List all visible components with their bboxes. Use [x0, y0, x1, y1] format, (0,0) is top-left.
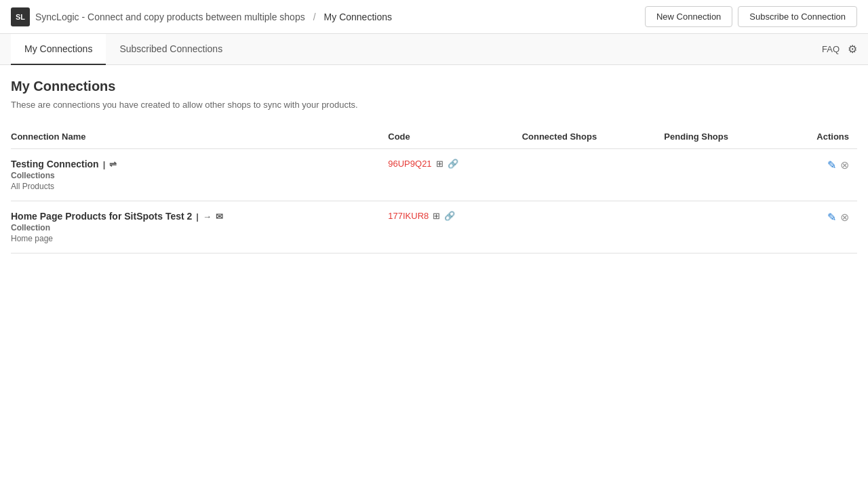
row2-copy-icon[interactable]: ⊞	[433, 211, 440, 221]
table-row: Testing Connection | ⇌ Collections All P…	[11, 149, 857, 201]
tab-my-connections[interactable]: My Connections	[11, 34, 106, 65]
col-header-code: Code	[388, 126, 521, 149]
row2-link-icon[interactable]: 🔗	[444, 211, 455, 221]
row1-type-label: Collections	[11, 171, 380, 180]
row2-name-cell: Home Page Products for SitSpots Test 2 |…	[11, 201, 388, 253]
main-content: My Connections These are connections you…	[0, 65, 868, 267]
row2-code-value: 177IKUR8 ⊞ 🔗	[388, 211, 513, 221]
col-header-name: Connection Name	[11, 126, 388, 149]
faq-link[interactable]: FAQ	[822, 44, 840, 54]
row2-actions-cell: ✎ ⊗	[788, 201, 857, 253]
new-connection-button[interactable]: New Connection	[645, 6, 732, 27]
row1-connected-shops	[522, 149, 665, 201]
row1-name-cell: Testing Connection | ⇌ Collections All P…	[11, 149, 388, 201]
row2-type-value: Home page	[11, 234, 380, 243]
row1-delete-icon[interactable]: ⊗	[840, 159, 849, 171]
row2-connection-name: Home Page Products for SitSpots Test 2 |…	[11, 211, 380, 222]
row2-code-cell: 177IKUR8 ⊞ 🔗	[388, 201, 521, 253]
row1-code-value: 96UP9Q21 ⊞ 🔗	[388, 159, 513, 169]
row1-type-value: All Products	[11, 182, 380, 191]
header-left: SL SyncLogic - Connect and copy products…	[11, 7, 392, 26]
tabs: My Connections Subscribed Connections	[11, 34, 236, 64]
app-title: SyncLogic - Connect and copy products be…	[35, 12, 305, 22]
row2-connected-shops	[522, 201, 665, 253]
row1-connection-name: Testing Connection | ⇌	[11, 159, 380, 169]
row1-pending-shops	[664, 149, 787, 201]
table-row: Home Page Products for SitSpots Test 2 |…	[11, 201, 857, 253]
row1-name-icon: |	[103, 159, 106, 169]
row2-mail-icon: ✉	[216, 211, 223, 222]
row1-sync-icon: ⇌	[109, 159, 117, 169]
tabs-container: My Connections Subscribed Connections FA…	[0, 34, 868, 65]
tab-subscribed-connections[interactable]: Subscribed Connections	[106, 34, 236, 65]
row2-arrow-icon: →	[203, 211, 212, 222]
row2-pending-shops	[664, 201, 787, 253]
subscribe-to-connection-button[interactable]: Subscribe to Connection	[738, 6, 857, 27]
row1-action-icons: ✎ ⊗	[788, 159, 849, 171]
row1-link-icon[interactable]: 🔗	[448, 159, 458, 169]
row2-delete-icon[interactable]: ⊗	[840, 211, 849, 224]
row2-action-icons: ✎ ⊗	[788, 211, 849, 224]
col-header-pending-shops: Pending Shops	[664, 126, 787, 149]
breadcrumb-current: My Connections	[324, 12, 392, 22]
row1-edit-icon[interactable]: ✎	[827, 159, 836, 171]
table-header-row: Connection Name Code Connected Shops Pen…	[11, 126, 857, 149]
page-title: My Connections	[11, 79, 857, 94]
row2-edit-icon[interactable]: ✎	[827, 211, 836, 224]
connections-table: Connection Name Code Connected Shops Pen…	[11, 126, 857, 253]
row1-copy-icon[interactable]: ⊞	[436, 159, 443, 169]
row2-type-label: Collection	[11, 223, 380, 232]
page-description: These are connections you have created t…	[11, 100, 857, 110]
header-buttons: New Connection Subscribe to Connection	[645, 6, 857, 27]
gear-icon[interactable]: ⚙	[848, 43, 857, 56]
row1-code-cell: 96UP9Q21 ⊞ 🔗	[388, 149, 521, 201]
tabs-right: FAQ ⚙	[822, 43, 857, 56]
app-logo: SL	[11, 7, 30, 26]
row1-actions-cell: ✎ ⊗	[788, 149, 857, 201]
col-header-actions: Actions	[788, 126, 857, 149]
breadcrumb-separator: /	[313, 12, 316, 22]
header: SL SyncLogic - Connect and copy products…	[0, 0, 868, 34]
col-header-connected-shops: Connected Shops	[522, 126, 665, 149]
row2-pipe: |	[196, 211, 199, 222]
